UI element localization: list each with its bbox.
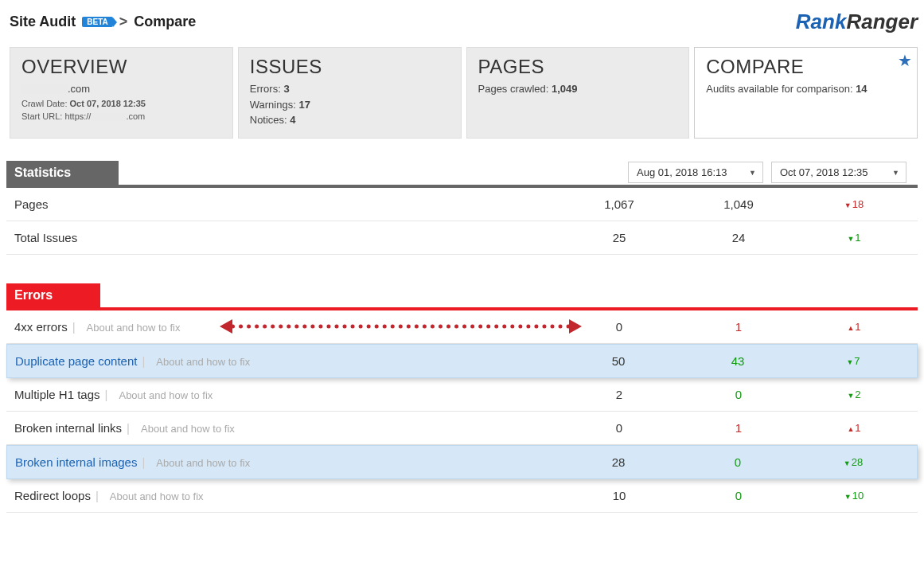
breadcrumb-separator: > bbox=[119, 14, 128, 30]
error-name[interactable]: Duplicate page content bbox=[15, 354, 137, 368]
summary-tabs: OVERVIEW .com Crawl Date: Oct 07, 2018 1… bbox=[10, 47, 918, 139]
date-select-a[interactable]: Aug 01, 2018 16:13 bbox=[628, 162, 763, 183]
row-value-b: 43 bbox=[678, 354, 797, 368]
overview-start-url: Start URL: https://.com bbox=[21, 110, 221, 123]
about-link[interactable]: About and how to fix bbox=[119, 389, 212, 401]
about-link[interactable]: About and how to fix bbox=[87, 322, 181, 334]
row-value-b: 0 bbox=[678, 455, 797, 469]
errors-table: 4xx errors|About and how to fix011Duplic… bbox=[6, 310, 918, 513]
row-value-a: 28 bbox=[559, 455, 678, 469]
row-label: Total Issues bbox=[14, 231, 559, 244]
tab-pages-title: PAGES bbox=[478, 56, 678, 78]
beta-badge: BETA bbox=[82, 17, 112, 27]
tab-compare-title: COMPARE bbox=[706, 56, 906, 78]
row-label: Duplicate page content|About and how to … bbox=[15, 354, 559, 368]
table-row: Pages1,0671,04918 bbox=[6, 188, 918, 221]
tab-overview[interactable]: OVERVIEW .com Crawl Date: Oct 07, 2018 1… bbox=[10, 47, 233, 139]
about-link[interactable]: About and how to fix bbox=[156, 457, 250, 469]
breadcrumb-current: Compare bbox=[134, 14, 196, 30]
error-name[interactable]: Broken internal images bbox=[15, 455, 137, 469]
row-value-b: 0 bbox=[679, 388, 798, 401]
star-icon[interactable]: ★ bbox=[898, 51, 912, 70]
row-delta: 10 bbox=[798, 490, 910, 502]
row-value-a: 25 bbox=[559, 231, 679, 244]
row-value-b: 1 bbox=[679, 421, 798, 435]
row-label: Broken internal images|About and how to … bbox=[15, 455, 559, 469]
row-delta: 1 bbox=[798, 321, 910, 333]
row-label: Broken internal links|About and how to f… bbox=[14, 421, 559, 435]
breadcrumb: Site Audit BETA > Compare bbox=[10, 14, 196, 30]
error-name[interactable]: 4xx errors bbox=[14, 320, 68, 334]
row-value-a: 50 bbox=[559, 354, 678, 368]
row-value-b: 24 bbox=[679, 231, 798, 244]
row-value-a: 10 bbox=[559, 489, 679, 502]
row-value-a: 0 bbox=[559, 320, 679, 334]
table-row: Broken internal links|About and how to f… bbox=[6, 412, 918, 445]
date-select-b[interactable]: Oct 07, 2018 12:35 bbox=[771, 162, 906, 183]
tab-issues[interactable]: ISSUES Errors: 3 Warnings: 17 Notices: 4 bbox=[238, 47, 462, 139]
row-delta: 7 bbox=[797, 355, 909, 367]
issues-errors: Errors: 3 bbox=[250, 81, 450, 97]
error-name[interactable]: Redirect loops bbox=[14, 489, 91, 502]
table-row: Broken internal images|About and how to … bbox=[6, 445, 918, 479]
table-row: 4xx errors|About and how to fix011 bbox=[6, 310, 918, 344]
row-value-b: 0 bbox=[679, 489, 798, 502]
row-value-a: 0 bbox=[559, 421, 679, 435]
row-label: Pages bbox=[14, 197, 559, 211]
tab-issues-title: ISSUES bbox=[250, 56, 450, 78]
issues-warnings: Warnings: 17 bbox=[250, 97, 450, 113]
tab-pages[interactable]: PAGES Pages crawled: 1,049 bbox=[466, 47, 690, 139]
table-row: Redirect loops|About and how to fix10010 bbox=[6, 479, 918, 513]
compare-available: Audits available for comparison: 14 bbox=[706, 81, 906, 97]
brand-logo: RankRanger bbox=[796, 10, 918, 34]
row-delta: 18 bbox=[798, 198, 910, 210]
row-value-a: 1,067 bbox=[559, 197, 679, 211]
overview-crawl-date: Crawl Date: Oct 07, 2018 12:35 bbox=[21, 97, 221, 111]
row-label: Redirect loops|About and how to fix bbox=[14, 489, 559, 502]
row-label: Multiple H1 tags|About and how to fix bbox=[14, 388, 559, 401]
row-label: 4xx errors|About and how to fix bbox=[14, 320, 559, 334]
row-delta: 28 bbox=[797, 456, 909, 468]
table-row: Multiple H1 tags|About and how to fix202 bbox=[6, 378, 918, 412]
pages-crawled: Pages crawled: 1,049 bbox=[478, 81, 678, 97]
table-row: Duplicate page content|About and how to … bbox=[6, 344, 918, 378]
tab-compare[interactable]: ★ COMPARE Audits available for compariso… bbox=[694, 47, 918, 139]
row-value-a: 2 bbox=[559, 388, 679, 401]
row-value-b: 1,049 bbox=[679, 197, 798, 211]
table-row: Total Issues25241 bbox=[6, 221, 918, 255]
breadcrumb-root[interactable]: Site Audit bbox=[10, 14, 76, 30]
row-delta: 1 bbox=[798, 422, 910, 434]
statistics-header: Statistics bbox=[6, 161, 119, 185]
error-name[interactable]: Broken internal links bbox=[14, 421, 122, 435]
issues-notices: Notices: 4 bbox=[250, 112, 450, 128]
tab-overview-title: OVERVIEW bbox=[21, 56, 221, 78]
about-link[interactable]: About and how to fix bbox=[110, 490, 204, 502]
about-link[interactable]: About and how to fix bbox=[141, 423, 235, 435]
about-link[interactable]: About and how to fix bbox=[156, 356, 250, 368]
row-delta: 2 bbox=[798, 389, 910, 400]
error-name[interactable]: Multiple H1 tags bbox=[14, 388, 100, 401]
errors-header: Errors bbox=[6, 283, 100, 307]
overview-domain: .com bbox=[21, 81, 221, 97]
row-value-b: 1 bbox=[679, 320, 798, 334]
statistics-table: Pages1,0671,04918Total Issues25241 bbox=[6, 188, 918, 255]
row-delta: 1 bbox=[798, 232, 910, 244]
